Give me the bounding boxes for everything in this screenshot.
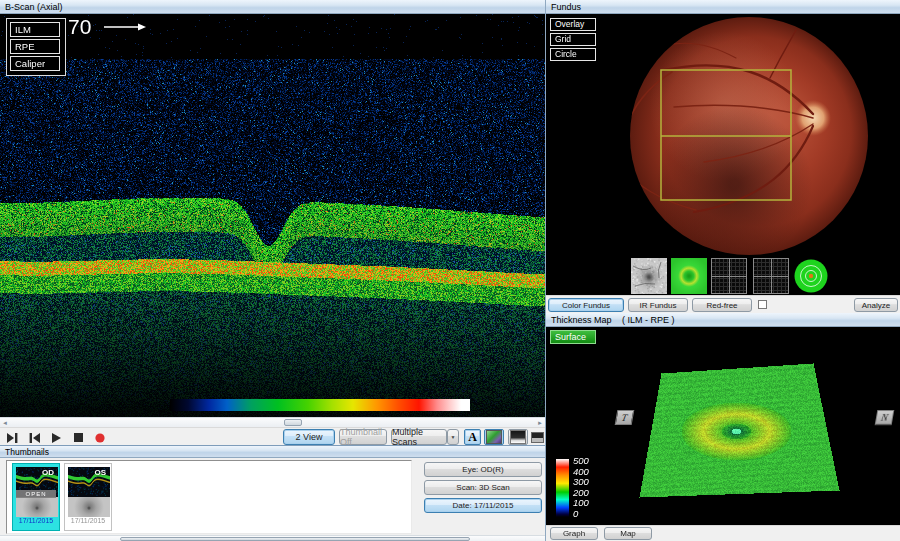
scan-info-button[interactable]: Scan: 3D Scan	[424, 480, 542, 495]
record-icon	[95, 433, 105, 443]
thumbnails-panel: Thumbnails OD OPEN 17/11/2015 OS 17/11/2…	[0, 445, 545, 541]
red-free-button[interactable]: Red-free	[692, 298, 752, 312]
skip-start-icon	[29, 433, 40, 443]
map-button[interactable]: Map	[604, 527, 652, 540]
thumbnails-scroll-handle[interactable]	[120, 537, 470, 541]
thumbnail-od[interactable]: OD OPEN 17/11/2015	[12, 463, 60, 531]
bscan-toolbar: 2 View Thumbnail Off Multiple Scans ▼ A	[0, 427, 545, 445]
thumbnail-od-eye-label: OD	[42, 468, 54, 477]
fundus-toolbar: Color Fundus IR Fundus Red-free Analyze	[546, 295, 900, 313]
two-view-button[interactable]: 2 View	[283, 429, 335, 445]
skip-end-icon	[7, 433, 18, 443]
thumbnail-os[interactable]: OS 17/11/2015	[64, 463, 112, 531]
bscan-scroll-handle[interactable]	[284, 419, 302, 426]
nasal-marker: N	[875, 410, 895, 425]
fundus-checkbox[interactable]	[758, 300, 767, 309]
caliper-button[interactable]: Caliper	[10, 56, 60, 71]
color-fundus-button[interactable]: Color Fundus	[548, 298, 624, 312]
scale-label-0: 0	[573, 509, 578, 520]
thickness-toolbar: Graph Map	[546, 525, 900, 541]
thumbnail-od-open-label: OPEN	[16, 490, 56, 498]
date-info-button[interactable]: Date: 17/11/2015	[424, 498, 542, 513]
temporal-marker: T	[615, 410, 635, 425]
annotation-text-button[interactable]: A	[464, 429, 481, 445]
thickness-titlebar: Thickness Map ( ILM - RPE )	[546, 313, 900, 327]
thumbnails-title: Thumbnails	[5, 447, 49, 457]
multiple-scans-dropdown-arrow[interactable]: ▼	[447, 429, 459, 445]
display-mode-button[interactable]	[531, 431, 544, 443]
multiple-scans-dropdown[interactable]: Multiple Scans	[391, 429, 447, 445]
overlay-button[interactable]: Overlay	[550, 18, 596, 31]
thumbnail-os-date: 17/11/2015	[68, 515, 108, 527]
grayscale-icon	[510, 430, 526, 444]
bscan-overlay-button-group: ILM RPE Caliper	[6, 18, 66, 76]
thumbnail-od-date: 17/11/2015	[16, 515, 56, 527]
bscan-titlebar: B-Scan (Axial)	[0, 0, 545, 14]
graph-button[interactable]: Graph	[550, 527, 598, 540]
play-button[interactable]	[48, 430, 64, 445]
skip-start-button[interactable]	[26, 430, 42, 445]
ilm-button[interactable]: ILM	[10, 22, 60, 37]
thickness-color-scale	[556, 459, 569, 517]
thumbnail-off-button[interactable]: Thumbnail Off	[339, 429, 387, 445]
surface-button[interactable]: Surface	[550, 330, 596, 344]
ir-preview-thumbnail[interactable]	[631, 258, 667, 294]
thickness-title-layers: ( ILM - RPE )	[622, 315, 675, 325]
circle-button[interactable]: Circle	[550, 48, 596, 61]
thumbnail-os-eye-label: OS	[94, 468, 106, 477]
thickness-map-panel: Thickness Map ( ILM - RPE ) Surface T N …	[545, 313, 900, 541]
skip-end-button[interactable]	[4, 430, 20, 445]
thickness-3d-surface[interactable]	[546, 327, 900, 525]
fundus-title: Fundus	[551, 2, 581, 12]
bscan-image[interactable]	[0, 14, 545, 417]
scroll-right-arrow-icon[interactable]: ►	[537, 420, 543, 426]
mono-swatch-icon	[531, 432, 544, 443]
scroll-left-arrow-icon[interactable]: ◄	[2, 420, 8, 426]
scale-label-500: 500	[573, 456, 589, 467]
grid-preview-thumbnail-1[interactable]	[711, 258, 747, 294]
letter-a-icon: A	[468, 430, 477, 445]
bscan-panel: B-Scan (Axial) ILM RPE Caliper 70 ◄ ►	[0, 0, 545, 445]
color-mode-button[interactable]	[484, 429, 504, 445]
eye-info-button[interactable]: Eye: OD(R)	[424, 462, 542, 477]
fundus-titlebar: Fundus	[546, 0, 900, 14]
scan-direction-arrow-icon	[103, 21, 147, 33]
etdrs-circle-thumbnail[interactable]	[793, 258, 829, 294]
thumbnails-hscrollbar[interactable]	[0, 535, 545, 541]
bscan-title: B-Scan (Axial)	[5, 2, 63, 12]
fundus-panel: Fundus Overlay Grid Circle Color Fundus …	[545, 0, 900, 313]
thickness-title: Thickness Map	[551, 315, 612, 325]
oct-workstation: B-Scan (Axial) ILM RPE Caliper 70 ◄ ►	[0, 0, 900, 541]
grid-button[interactable]: Grid	[550, 33, 596, 46]
color-palette-icon	[486, 430, 502, 444]
play-icon	[52, 433, 61, 443]
analyze-button[interactable]: Analyze	[854, 298, 898, 312]
stop-button[interactable]	[70, 430, 86, 445]
record-button[interactable]	[92, 430, 108, 445]
grid-preview-thumbnail-2[interactable]	[753, 258, 789, 294]
stop-icon	[74, 433, 83, 442]
frame-number: 70	[68, 15, 91, 39]
ir-fundus-button[interactable]: IR Fundus	[628, 298, 688, 312]
color-lut-bar	[170, 399, 470, 411]
fundus-image[interactable]	[546, 14, 900, 295]
grayscale-mode-button[interactable]	[508, 429, 528, 445]
thumbnails-titlebar: Thumbnails	[0, 446, 545, 458]
rpe-button[interactable]: RPE	[10, 39, 60, 54]
thickness-preview-thumbnail[interactable]	[671, 258, 707, 294]
